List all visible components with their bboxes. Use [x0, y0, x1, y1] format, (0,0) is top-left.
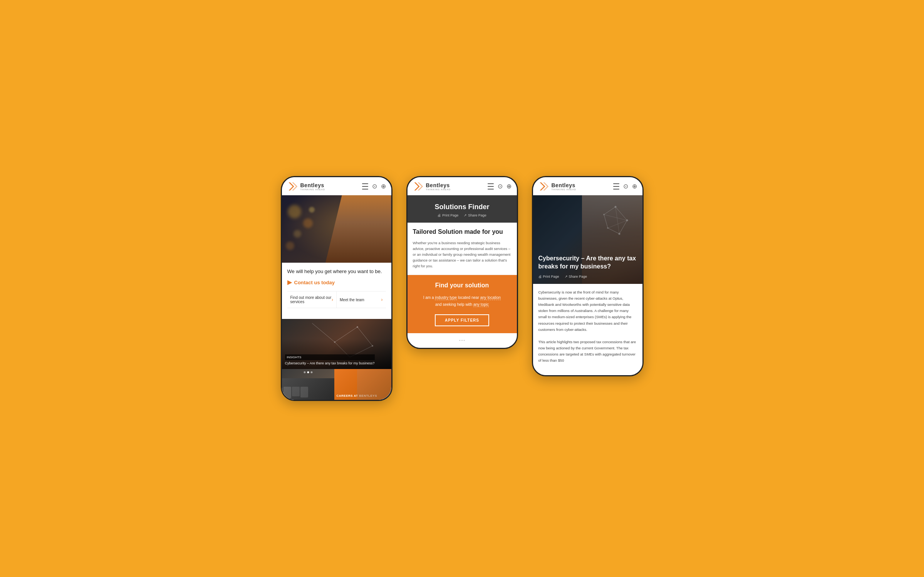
user-icon-1[interactable]: ⊕ — [381, 183, 386, 190]
services-link-1[interactable]: Find out more about our services › — [287, 292, 337, 308]
finder-industry-link[interactable]: industry type — [435, 295, 457, 300]
finder-title: Find your solution — [413, 282, 511, 289]
share-icon-2: ↗ — [464, 213, 467, 217]
dot-3 — [310, 371, 312, 373]
solutions-finder-header: Solutions Finder 🖨 Print Page ↗ Share Pa… — [407, 195, 517, 223]
bentleys-logo-3: Bentleys THINKING AHEAD — [538, 181, 577, 192]
brand-name-3: Bentleys — [552, 182, 577, 188]
bentleys-logo-2: Bentleys THINKING AHEAD — [413, 181, 451, 192]
quick-links-1: Find out more about our services › Meet … — [287, 291, 386, 308]
insight-title-1: Cybersecurity – Are there any tax breaks… — [285, 361, 375, 366]
solution-content: Tailored Solution made for you Whether y… — [407, 223, 517, 275]
phone-3-header: Bentleys THINKING AHEAD ⊙ ⊕ — [533, 177, 642, 195]
p3-paragraph-1: Cybersecurity is now at the front of min… — [538, 289, 637, 333]
services-link-arrow-1: › — [332, 297, 333, 302]
finder-topic-link[interactable]: any topic — [473, 302, 489, 307]
apply-filters-button[interactable]: APPLY FILTERS — [435, 314, 489, 326]
hero-image-1 — [282, 195, 391, 263]
solution-title: Tailored Solution made for you — [413, 228, 511, 236]
hamburger-menu-1[interactable] — [362, 182, 368, 190]
share-action-2[interactable]: ↗ Share Page — [464, 213, 486, 217]
services-link-label-1: Find out more about our services — [290, 295, 332, 304]
share-action-3[interactable]: ↗ Share Page — [565, 275, 587, 278]
scroll-indicator-2: • • • — [459, 339, 465, 342]
finder-text: I am a industry type located near any lo… — [413, 294, 511, 308]
phone-1-header: Bentleys THINKING AHEAD ⊙ ⊕ — [282, 177, 391, 195]
phone-2-header: Bentleys THINKING AHEAD ⊙ ⊕ — [407, 177, 517, 195]
phones-showcase: Bentleys THINKING AHEAD ⊙ ⊕ — [281, 176, 644, 401]
insight-card-1[interactable]: INSIGHTS Cybersecurity – Are there any t… — [282, 319, 391, 369]
dot-2 — [307, 371, 309, 373]
print-icon-2: 🖨 — [438, 213, 441, 217]
bottom-left-card-1[interactable] — [282, 369, 334, 400]
tagline-2: THINKING AHEAD — [426, 188, 451, 191]
print-action-3[interactable]: 🖨 Print Page — [538, 275, 559, 278]
team-link-label-1: Meet the team — [340, 298, 364, 302]
share-icon-3: ↗ — [565, 275, 568, 278]
p3-hero-section: Cybersecurity – Are there any tax breaks… — [533, 195, 642, 284]
cta-button-1[interactable]: ▶ Contact us today — [287, 279, 386, 286]
headline-1: We will help you get where you want to b… — [287, 268, 386, 275]
print-icon-3: 🖨 — [538, 275, 542, 278]
finder-section: Find your solution I am a industry type … — [407, 275, 517, 333]
hamburger-menu-3[interactable] — [613, 182, 619, 190]
tagline-1: THINKING AHEAD — [300, 188, 325, 191]
header-icons-3: ⊙ ⊕ — [613, 182, 637, 190]
brand-name-1: Bentleys — [300, 182, 325, 188]
print-action-2[interactable]: 🖨 Print Page — [438, 213, 458, 217]
location-icon-1[interactable]: ⊙ — [372, 183, 377, 190]
header-icons-2: ⊙ ⊕ — [488, 182, 511, 190]
user-icon-2[interactable]: ⊕ — [506, 183, 511, 190]
user-icon-3[interactable]: ⊕ — [632, 183, 637, 190]
finder-suffix: and seeking help with — [435, 302, 473, 307]
finder-mid: located near — [457, 295, 480, 300]
phone-2-bottom: • • • — [407, 333, 517, 348]
bottom-right-card-1[interactable]: CAREERS AT BENTLEYS — [334, 369, 391, 400]
dot-1 — [304, 371, 305, 373]
tagline-3: THINKING AHEAD — [552, 188, 577, 191]
cta-arrow-icon-1: ▶ — [287, 279, 292, 286]
header-icons-1: ⊙ ⊕ — [362, 182, 386, 190]
p3-hero-title: Cybersecurity – Are there any tax breaks… — [538, 254, 637, 271]
phone-1: Bentleys THINKING AHEAD ⊙ ⊕ — [281, 176, 392, 401]
phone-2: Bentleys THINKING AHEAD ⊙ ⊕ Solutions F — [406, 176, 518, 349]
bottom-row-1: CAREERS AT BENTLEYS — [282, 369, 391, 400]
insight-badge-1: INSIGHTS — [285, 354, 375, 360]
finder-prefix: I am a — [423, 295, 435, 300]
bentleys-logo-icon-1 — [287, 181, 298, 192]
solutions-finder-title: Solutions Finder — [413, 203, 511, 211]
page-actions-2: 🖨 Print Page ↗ Share Page — [413, 213, 511, 217]
p3-page-actions: 🖨 Print Page ↗ Share Page — [538, 275, 637, 278]
location-icon-2[interactable]: ⊙ — [498, 183, 503, 190]
solution-text: Whether you're a business needing strate… — [413, 240, 511, 269]
team-link-arrow-1: › — [381, 297, 383, 302]
phone-1-content: We will help you get where you want to b… — [282, 263, 391, 319]
brand-name-2: Bentleys — [426, 182, 451, 188]
bentleys-logo-icon-2 — [413, 181, 424, 192]
hamburger-menu-2[interactable] — [488, 182, 494, 190]
finder-location-link[interactable]: any location — [480, 295, 501, 300]
dot-indicator-1 — [304, 371, 312, 373]
cta-label-1: Contact us today — [294, 280, 335, 285]
p3-body: Cybersecurity is now at the front of min… — [533, 284, 642, 376]
team-link-1[interactable]: Meet the team › — [337, 292, 386, 308]
location-icon-3[interactable]: ⊙ — [623, 183, 628, 190]
phone-3: Bentleys THINKING AHEAD ⊙ ⊕ — [532, 176, 644, 377]
bentleys-logo-icon-3 — [538, 181, 549, 192]
bentleys-logo-1: Bentleys THINKING AHEAD — [287, 181, 325, 192]
p3-hero-overlay: Cybersecurity – Are there any tax breaks… — [533, 195, 642, 284]
p3-paragraph-2: This article highlights two proposed tax… — [538, 339, 637, 364]
